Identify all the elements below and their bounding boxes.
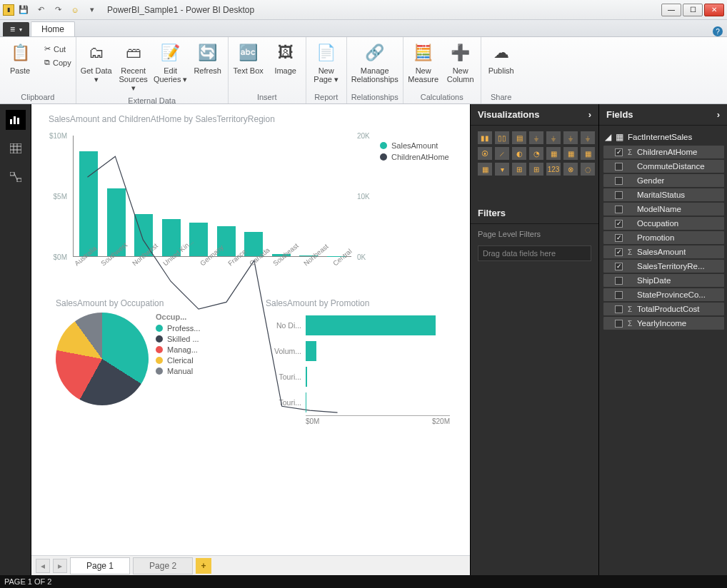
page-next-button[interactable]: ▸	[53, 559, 67, 573]
checkbox-icon[interactable]	[615, 206, 623, 213]
viz-type-10[interactable]: ◔	[529, 147, 543, 160]
viz-type-14[interactable]: ▦	[478, 163, 492, 176]
paste-button[interactable]: 📋Paste	[1, 39, 39, 78]
visualizations-header[interactable]: Visualizations›	[471, 104, 598, 126]
maximize-button[interactable]: ☐	[683, 4, 703, 16]
tab-home[interactable]: Home	[31, 21, 75, 36]
checkbox-icon[interactable]	[615, 305, 623, 313]
checkbox-icon[interactable]	[615, 320, 623, 328]
viz-type-12[interactable]: ▦	[563, 147, 578, 160]
checkbox-icon[interactable]	[615, 220, 623, 228]
field-CommuteDistance[interactable]: CommuteDistance	[603, 160, 724, 173]
viz-type-5[interactable]: ⏚	[563, 131, 578, 144]
field-ShipDate[interactable]: ShipDate	[603, 274, 724, 287]
checkbox-icon[interactable]	[615, 234, 623, 242]
field-MaritalStatus[interactable]: MaritalStatus	[603, 188, 724, 201]
viz-type-1[interactable]: ▯▯	[495, 131, 509, 144]
field-YearlyIncome[interactable]: ΣYearlyIncome	[603, 317, 724, 330]
svg-rect-9	[17, 178, 21, 182]
group-share: Share	[483, 91, 520, 103]
edit-queries-button[interactable]: 📝Edit Queries ▾	[152, 39, 189, 86]
field-Promotion[interactable]: Promotion	[603, 231, 724, 244]
undo-icon[interactable]: ↶	[34, 4, 47, 16]
field-ChildrenAtHome[interactable]: ΣChildrenAtHome	[603, 146, 724, 158]
field-label: ShipDate	[637, 276, 671, 285]
redo-icon[interactable]: ↷	[51, 4, 64, 16]
report-view-button[interactable]	[6, 110, 26, 130]
filters-header[interactable]: Filters	[471, 203, 598, 224]
viz-type-7[interactable]: ⦿	[478, 147, 492, 160]
checkbox-icon[interactable]	[615, 291, 623, 299]
add-page-button[interactable]: +	[196, 558, 211, 574]
filters-drop-zone[interactable]: Drag data fields here	[478, 245, 591, 261]
viz-type-9[interactable]: ◐	[512, 147, 526, 160]
field-SalesAmount[interactable]: ΣSalesAmount	[603, 245, 724, 258]
viz-type-2[interactable]: ▤	[512, 131, 526, 144]
viz-type-6[interactable]: ⏚	[581, 131, 595, 144]
checkbox-icon[interactable]	[615, 163, 623, 171]
field-SalesTerritoryRe...[interactable]: SalesTerritoryRe...	[603, 260, 724, 273]
viz-type-13[interactable]: ▦	[581, 147, 595, 160]
copy-button[interactable]: ⧉Copy	[41, 56, 74, 69]
chart-combo[interactable]: $10M$5M$0M 20K10K0K AustraliaSouthwestNo…	[46, 128, 460, 278]
checkbox-icon[interactable]	[615, 177, 623, 185]
data-view-button[interactable]	[6, 138, 26, 158]
viz-type-17[interactable]: ⊞	[529, 163, 543, 176]
group-clipboard: Clipboard	[1, 91, 74, 103]
checkbox-icon[interactable]	[615, 277, 623, 285]
new-page-button[interactable]: 📄New Page ▾	[308, 39, 345, 86]
sigma-icon: Σ	[626, 248, 633, 256]
fields-table-row[interactable]: ◢ ▦ FactInternetSales	[603, 130, 724, 144]
field-Occupation[interactable]: Occupation	[603, 217, 724, 230]
viz-type-3[interactable]: ⏚	[529, 131, 543, 144]
status-bar: PAGE 1 OF 2	[0, 575, 727, 588]
qat-smiley-icon[interactable]: ☺	[69, 4, 81, 16]
refresh-button[interactable]: 🔄Refresh	[189, 39, 226, 78]
viz-type-18[interactable]: 123	[546, 163, 561, 176]
new-column-button[interactable]: ➕New Column	[442, 39, 479, 86]
viz-type-16[interactable]: ⊞	[512, 163, 526, 176]
close-button[interactable]: ✕	[704, 4, 724, 16]
field-label: TotalProductCost	[637, 305, 700, 313]
cut-button[interactable]: ✂Cut	[41, 43, 74, 55]
viz-type-20[interactable]: ◌	[581, 163, 595, 176]
field-Gender[interactable]: Gender	[603, 174, 724, 187]
checkbox-icon[interactable]	[615, 248, 623, 256]
field-TotalProductCost[interactable]: ΣTotalProductCost	[603, 303, 724, 315]
field-label: CommuteDistance	[637, 162, 705, 171]
file-menu-button[interactable]: ≡	[3, 22, 29, 36]
page-tab-1[interactable]: Page 1	[70, 557, 130, 574]
recent-sources-button[interactable]: 🗃Recent Sources ▾	[115, 39, 152, 95]
viz-type-8[interactable]: ⟋	[495, 147, 509, 160]
viz-gallery: ▮▮▯▯▤⏚⏚⏚⏚⦿⟋◐◔▦▦▦▦▾⊞⊞123⊗◌	[471, 126, 598, 181]
viz-type-11[interactable]: ▦	[546, 147, 561, 160]
viz-type-15[interactable]: ▾	[495, 163, 509, 176]
svg-rect-8	[10, 172, 14, 176]
qat-dropdown-icon[interactable]: ▾	[86, 4, 99, 16]
manage-relationships-button[interactable]: 🔗Manage Relationships	[349, 39, 401, 86]
field-StateProvinceCo...[interactable]: StateProvinceCo...	[603, 288, 724, 301]
page-tab-2[interactable]: Page 2	[133, 557, 193, 574]
viz-type-0[interactable]: ▮▮	[478, 131, 492, 144]
text-box-button[interactable]: 🔤Text Box	[230, 39, 267, 78]
image-button[interactable]: 🖼Image	[267, 39, 304, 78]
checkbox-icon[interactable]	[615, 191, 623, 199]
minimize-button[interactable]: —	[661, 4, 681, 16]
new-measure-button[interactable]: 🧮New Measure	[405, 39, 442, 86]
viz-type-19[interactable]: ⊗	[563, 163, 578, 176]
save-icon[interactable]: 💾	[17, 4, 30, 16]
fields-header[interactable]: Fields›	[599, 104, 727, 126]
field-label: Occupation	[637, 219, 678, 228]
checkbox-icon[interactable]	[615, 263, 623, 270]
model-view-button[interactable]	[6, 167, 26, 187]
help-icon[interactable]: ?	[713, 26, 723, 36]
page-prev-button[interactable]: ◂	[36, 559, 50, 573]
group-calculations: Calculations	[405, 91, 479, 103]
checkbox-icon[interactable]	[615, 148, 623, 156]
report-canvas[interactable]: SalesAmount and ChildrenAtHome by SalesT…	[31, 104, 470, 555]
get-data-button[interactable]: 🗂Get Data ▾	[78, 39, 115, 86]
viz-type-4[interactable]: ⏚	[546, 131, 561, 144]
svg-line-10	[14, 173, 17, 180]
field-ModelName[interactable]: ModelName	[603, 203, 724, 216]
publish-button[interactable]: ☁Publish	[483, 39, 520, 78]
